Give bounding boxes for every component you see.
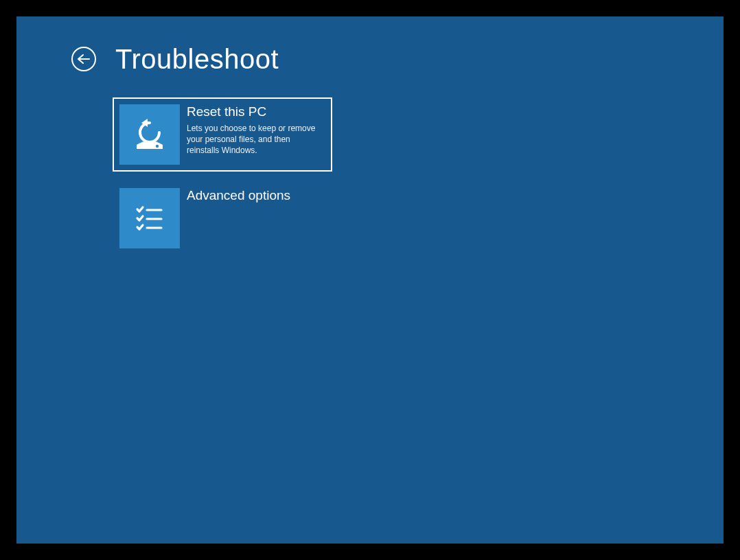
header: Troubleshoot (71, 45, 279, 73)
option-text: Advanced options (187, 188, 290, 204)
option-text: Reset this PC Lets you choose to keep or… (187, 104, 324, 156)
option-title: Advanced options (187, 188, 290, 204)
checklist-icon (119, 188, 180, 248)
option-reset-this-pc[interactable]: Reset this PC Lets you choose to keep or… (113, 97, 332, 172)
page-title: Troubleshoot (115, 45, 279, 73)
option-description: Lets you choose to keep or remove your p… (187, 123, 324, 156)
option-advanced-options[interactable]: Advanced options (113, 181, 332, 255)
recovery-environment-screen: Troubleshoot Reset this PC Lets you choo… (16, 16, 724, 544)
reset-icon (119, 104, 180, 165)
svg-point-0 (156, 145, 159, 148)
option-title: Reset this PC (187, 104, 324, 120)
options-list: Reset this PC Lets you choose to keep or… (113, 97, 332, 265)
back-button[interactable] (71, 47, 96, 71)
